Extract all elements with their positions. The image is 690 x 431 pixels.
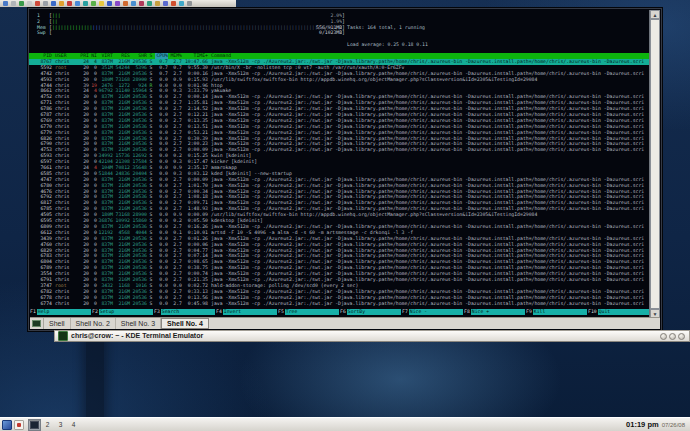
launcher-icon[interactable] (99, 1, 104, 6)
session-tab-bar: ShellShell No. 2Shell No. 3Shell No. 4 (30, 317, 660, 329)
launcher-icon[interactable] (107, 1, 112, 6)
clock[interactable]: 01:19 pm 07/26/08 (626, 420, 688, 429)
pager-desktop-3[interactable]: 3 (54, 419, 67, 431)
konsole-icon (58, 331, 68, 341)
taskbar-window-title[interactable]: chris@crow: ~ - KDE Terminal Emulator (71, 331, 657, 341)
launcher-icon[interactable] (155, 1, 160, 6)
minimize-button[interactable] (660, 333, 667, 340)
function-key-bar[interactable]: F1HelpF2SetupF3SearchF4InvertF5TreeF6Sor… (29, 309, 649, 315)
launcher-icon[interactable] (187, 1, 192, 6)
new-session-button[interactable] (30, 318, 44, 329)
pager-desktop-2[interactable]: 2 (41, 419, 54, 431)
launcher-icon[interactable] (83, 1, 88, 6)
launcher-icon[interactable] (3, 1, 8, 6)
launcher-icon[interactable] (179, 1, 184, 6)
htop-screen: 1[|||2.0%] 2[||1.9%] Mem[|||||||||||||||… (29, 9, 649, 319)
swap-meter: Swp[0/1023MB] (37, 30, 345, 36)
launcher-icon[interactable] (35, 1, 40, 6)
launcher-icon[interactable] (19, 1, 24, 6)
launcher-icon[interactable] (27, 1, 32, 6)
desktop-pager: 234 (28, 419, 80, 431)
fkey-search[interactable]: F3Search (153, 309, 215, 315)
session-tabs: ShellShell No. 2Shell No. 3Shell No. 4 (44, 318, 660, 329)
taskbar: chris@crow: ~ - KDE Terminal Emulator (54, 330, 690, 342)
launcher-icon[interactable] (51, 1, 56, 6)
fkey-kill[interactable]: F9Kill (525, 309, 587, 315)
fkey-nice[interactable]: F8Nice + (463, 309, 525, 315)
tab-shell-1[interactable]: Shell (44, 318, 71, 329)
scrollbar-thumb[interactable] (650, 19, 660, 309)
window-buttons (660, 333, 686, 340)
fkey-sortby[interactable]: F6SortBy (339, 309, 401, 315)
maximize-button[interactable] (669, 333, 676, 340)
load-average: Load average: 0.25 0.18 0.11 (347, 42, 428, 48)
tab-shell-4[interactable]: Shell No. 4 (161, 318, 209, 329)
launcher-icon[interactable] (91, 1, 96, 6)
fkey-nice[interactable]: F7Nice - (401, 309, 463, 315)
launcher-icon[interactable] (139, 1, 144, 6)
htop-meters: 1[|||2.0%] 2[||1.9%] Mem[|||||||||||||||… (37, 13, 345, 36)
launcher-icon[interactable] (115, 1, 120, 6)
launcher-icon[interactable] (147, 1, 152, 6)
fkey-tree[interactable]: F5Tree (277, 309, 339, 315)
clock-time: 01:19 pm (626, 420, 659, 429)
launcher-icon[interactable] (171, 1, 176, 6)
tab-shell-3[interactable]: Shell No. 3 (116, 318, 161, 329)
fkey-help[interactable]: F1Help (29, 309, 91, 315)
process-row[interactable]: 6774chris200837M216M20536S0.02.70:45.98j… (29, 301, 649, 307)
desktop-thumbnail (30, 421, 39, 429)
tab-shell-2[interactable]: Shell No. 2 (71, 318, 116, 329)
launcher-icon[interactable] (163, 1, 168, 6)
terminal-window: 1[|||2.0%] 2[||1.9%] Mem[|||||||||||||||… (28, 8, 662, 331)
terminal-scrollbar[interactable]: ▲ ▼ (649, 10, 660, 318)
tasks-summary: Tasks: 164 total, 1 running (347, 25, 428, 31)
pager-desktop-4[interactable]: 4 (67, 419, 80, 431)
launcher-icon[interactable] (75, 1, 80, 6)
clock-date: 07/26/08 (662, 422, 685, 428)
fkey-setup[interactable]: F2Setup (91, 309, 153, 315)
panel-icon-1[interactable] (2, 420, 12, 430)
launcher-icon[interactable] (123, 1, 128, 6)
launcher-icon[interactable] (59, 1, 64, 6)
process-table: 8767chris244837M216M20536S0.72.710:47.66… (29, 59, 649, 306)
new-session-icon (32, 320, 41, 327)
launcher-icon[interactable] (131, 1, 136, 6)
top-panel (0, 0, 236, 7)
scroll-up-icon[interactable]: ▲ (650, 10, 660, 19)
desktop-background: 1[|||2.0%] 2[||1.9%] Mem[|||||||||||||||… (0, 0, 690, 431)
fkey-quit[interactable]: F10Quit (587, 309, 649, 315)
kicker-panel: 234 01:19 pm 07/26/08 (0, 417, 690, 431)
launcher-icon[interactable] (67, 1, 72, 6)
panel-icon-2[interactable] (14, 420, 24, 430)
launcher-icon[interactable] (11, 1, 16, 6)
fkey-invert[interactable]: F4Invert (215, 309, 277, 315)
close-button[interactable] (678, 333, 685, 340)
pager-desktop-1[interactable] (28, 419, 41, 431)
launcher-icon[interactable] (43, 1, 48, 6)
